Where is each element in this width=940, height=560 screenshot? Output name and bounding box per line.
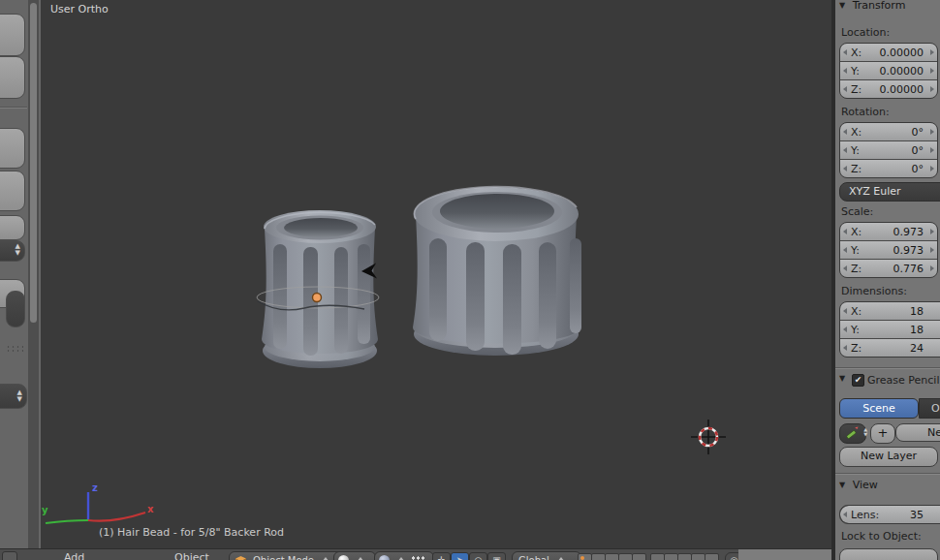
add-menu[interactable]: Add xyxy=(64,551,84,560)
tab-scene[interactable]: Scene xyxy=(839,398,919,419)
decrement-arrow-icon[interactable] xyxy=(843,86,847,92)
grease-pencil-title: Grease Pencil xyxy=(867,374,939,387)
field-axis-label: Y: xyxy=(851,65,860,78)
collapse-triangle-icon[interactable]: ▼ xyxy=(839,481,845,489)
lens-slider[interactable]: Lens: 35 xyxy=(840,506,940,523)
tool-shelf-dropdown[interactable]: ▲▼ xyxy=(0,240,25,262)
snap-magnet-toggle[interactable]: ◎ xyxy=(725,552,738,560)
decrement-arrow-icon[interactable] xyxy=(843,512,847,517)
axis-x-label: x xyxy=(147,504,153,514)
lens-label: Lens: xyxy=(851,509,879,521)
tool-shelf-separator xyxy=(0,107,27,108)
stepper-arrows-icon[interactable]: ▲▼ xyxy=(17,389,22,403)
collapse-triangle-icon[interactable]: ▼ xyxy=(839,1,845,10)
tool-shelf-button[interactable] xyxy=(0,56,25,99)
decrement-arrow-icon[interactable] xyxy=(843,129,847,135)
increment-arrow-icon[interactable] xyxy=(930,229,934,234)
stepper-arrows-icon[interactable]: ▲▼ xyxy=(863,427,867,437)
decrement-arrow-icon[interactable] xyxy=(843,229,847,234)
stepper-arrows-icon[interactable]: ▲▼ xyxy=(16,243,20,257)
field-axis-label: X: xyxy=(851,126,862,139)
tool-shelf-button[interactable] xyxy=(0,128,25,169)
field-value: 0° xyxy=(912,126,924,139)
tool-shelf-button[interactable] xyxy=(0,215,25,240)
decrement-arrow-icon[interactable] xyxy=(843,49,847,55)
grease-pencil-panel-header[interactable]: ▼ xyxy=(839,372,849,385)
new-datablock-button[interactable]: New xyxy=(895,423,940,442)
panel-grip-icon[interactable] xyxy=(6,345,23,352)
increment-arrow-icon[interactable] xyxy=(930,68,934,74)
tool-shelf-dropdown[interactable]: ▲▼ xyxy=(0,384,27,409)
increment-arrow-icon[interactable] xyxy=(930,147,934,153)
new-layer-button[interactable]: New Layer xyxy=(839,447,938,467)
dimensions-x-field[interactable]: X: 18 xyxy=(840,302,940,320)
scale-z-field[interactable]: Z: 0.776 xyxy=(840,260,937,277)
increment-arrow-icon[interactable] xyxy=(930,247,934,253)
bead-large-object[interactable] xyxy=(413,187,581,356)
location-label: Location: xyxy=(841,26,890,39)
field-value: 0° xyxy=(912,163,924,175)
scale-x-field[interactable]: X: 0.973 xyxy=(840,223,937,240)
rotation-x-field[interactable]: X: 0° xyxy=(840,123,937,140)
scale-y-field[interactable]: Y: 0.973 xyxy=(840,241,937,259)
layer-toggle[interactable] xyxy=(705,553,719,560)
decrement-arrow-icon[interactable] xyxy=(843,308,847,314)
tool-shelf-button[interactable] xyxy=(0,171,25,211)
location-z-field[interactable]: Z: 0.00000 xyxy=(840,80,937,98)
grease-pencil-checkbox[interactable]: ✔ xyxy=(852,374,864,387)
transform-panel-header[interactable]: ▼ Transform xyxy=(839,0,905,12)
manipulator-translate-toggle[interactable]: ➤ xyxy=(451,552,469,560)
increment-arrow-icon[interactable] xyxy=(930,129,934,135)
viewport-shading-dropdown[interactable] xyxy=(333,551,376,560)
decrement-arrow-icon[interactable] xyxy=(843,166,847,171)
layer-toggle[interactable] xyxy=(632,553,646,560)
increment-arrow-icon[interactable] xyxy=(930,86,934,92)
add-plus-button[interactable]: + xyxy=(870,423,895,444)
layer-toggle[interactable] xyxy=(664,553,678,560)
decrement-arrow-icon[interactable] xyxy=(843,265,847,271)
collapse-triangle-icon[interactable]: ▼ xyxy=(839,374,845,383)
decrement-arrow-icon[interactable] xyxy=(843,68,847,74)
dimensions-y-field[interactable]: Y: 18 xyxy=(840,321,940,338)
tool-shelf-scrollbar-thumb[interactable] xyxy=(30,3,37,323)
tool-shelf-button[interactable] xyxy=(6,291,25,327)
manipulator-rotate-toggle[interactable]: ◠ xyxy=(469,552,487,560)
layer-toggle[interactable] xyxy=(650,553,665,560)
decrement-arrow-icon[interactable] xyxy=(843,327,847,332)
layer-toggle[interactable] xyxy=(605,553,619,560)
viewport-3d[interactable]: User Ortho (1) Hair Bead - for 5/8" Back… xyxy=(41,0,831,548)
location-y-field[interactable]: Y: 0.00000 xyxy=(840,62,937,79)
layer-toggle[interactable] xyxy=(591,553,606,560)
view-panel-header[interactable]: ▼ View xyxy=(839,479,878,491)
pencil-datablock-button[interactable]: ▲▼ xyxy=(839,423,866,444)
decrement-arrow-icon[interactable] xyxy=(843,147,847,153)
decrement-arrow-icon[interactable] xyxy=(843,247,847,253)
pivot-point-dropdown[interactable] xyxy=(374,551,434,560)
lens-field-group: Lens: 35 xyxy=(839,505,940,524)
increment-arrow-icon[interactable] xyxy=(930,49,934,55)
rotation-y-field[interactable]: Y: 0° xyxy=(840,141,937,159)
layer-toggle[interactable] xyxy=(677,553,692,560)
rotation-mode-dropdown[interactable]: XYZ Euler xyxy=(839,182,940,202)
location-x-field[interactable]: X: 0.00000 xyxy=(840,44,937,61)
increment-arrow-icon[interactable] xyxy=(930,166,934,171)
manipulator-axis-toggle[interactable]: ✛ xyxy=(432,552,451,560)
field-axis-label: Y: xyxy=(851,144,860,157)
rotation-z-field[interactable]: Z: 0° xyxy=(840,160,937,177)
object-origin-point xyxy=(313,294,322,302)
layer-toggle[interactable] xyxy=(618,553,633,560)
editor-type-icon[interactable] xyxy=(2,551,17,560)
dimensions-z-field[interactable]: Z: 24 xyxy=(840,339,940,357)
decrement-arrow-icon[interactable] xyxy=(843,345,847,351)
layer-toggle[interactable] xyxy=(691,553,705,560)
object-menu[interactable]: Object xyxy=(174,551,209,560)
layer-toggle-active[interactable] xyxy=(578,553,592,560)
field-value: 0° xyxy=(912,144,924,157)
tool-shelf-button[interactable] xyxy=(0,14,25,56)
manipulator-scale-toggle[interactable]: ▣ xyxy=(487,552,506,560)
increment-arrow-icon[interactable] xyxy=(930,265,934,271)
transform-panel-title: Transform xyxy=(853,0,906,12)
orientation-dropdown[interactable]: Global xyxy=(512,551,581,560)
tab-object[interactable]: Object xyxy=(919,398,940,419)
lock-to-object-field[interactable] xyxy=(839,548,938,560)
